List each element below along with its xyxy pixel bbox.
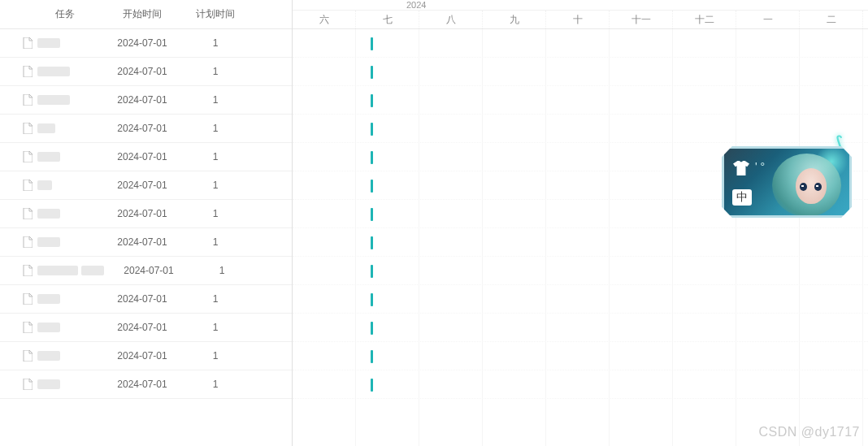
gantt-year-label: 2024 xyxy=(406,0,426,10)
gantt-body[interactable] xyxy=(293,29,868,446)
task-row[interactable]: 2024-07-011 xyxy=(0,29,292,58)
gantt-row[interactable] xyxy=(293,58,868,86)
gantt-bar[interactable] xyxy=(371,293,373,306)
gantt-row[interactable] xyxy=(293,342,868,370)
task-row[interactable]: 2024-07-011 xyxy=(0,370,292,399)
task-name-blurred xyxy=(37,294,60,304)
task-row[interactable]: 2024-07-011 xyxy=(0,342,292,370)
document-icon xyxy=(23,66,33,77)
task-name-blurred xyxy=(37,379,60,389)
task-plan-cell: 1 xyxy=(187,37,244,49)
task-row[interactable]: 2024-07-011 xyxy=(0,86,292,115)
task-plan-cell: 1 xyxy=(187,236,244,248)
document-icon xyxy=(23,123,33,134)
document-icon xyxy=(23,208,33,219)
task-row[interactable]: 2024-07-011 xyxy=(0,228,292,257)
gantt-row[interactable] xyxy=(293,257,868,285)
task-plan-cell: 1 xyxy=(187,123,244,134)
gantt-row[interactable] xyxy=(293,314,868,342)
task-plan-cell: 1 xyxy=(187,94,244,106)
task-plan-cell: 1 xyxy=(187,322,244,333)
header-start-time: 开始时间 xyxy=(98,7,187,21)
gantt-month-cell: 二 xyxy=(800,11,863,28)
gantt-bar[interactable] xyxy=(371,350,373,363)
task-name-cell xyxy=(0,37,98,49)
task-name-blurred xyxy=(37,95,70,105)
gantt-month-cell: 八 xyxy=(419,11,483,28)
task-name-cell xyxy=(0,94,98,106)
task-name-blurred xyxy=(37,266,78,275)
task-name-blurred xyxy=(37,180,52,190)
task-row[interactable]: 2024-07-011 xyxy=(0,257,292,285)
task-name-blurred xyxy=(37,351,60,361)
assistant-widget[interactable]: ⟆ ' ° 中 xyxy=(722,146,852,218)
task-plan-cell: 1 xyxy=(187,293,244,305)
task-name-blurred xyxy=(37,67,70,76)
task-start-cell: 2024-07-01 xyxy=(98,94,187,106)
task-plan-cell: 1 xyxy=(193,265,250,276)
gantt-bar[interactable] xyxy=(371,123,373,136)
gantt-month-cell: 七 xyxy=(356,11,419,28)
gantt-bar[interactable] xyxy=(371,379,373,392)
task-start-cell: 2024-07-01 xyxy=(98,208,187,219)
task-start-cell: 2024-07-01 xyxy=(98,293,187,305)
gantt-bar[interactable] xyxy=(371,180,373,193)
gantt-bar[interactable] xyxy=(371,37,373,50)
gantt-bar[interactable] xyxy=(371,322,373,335)
task-name-cell xyxy=(0,123,98,134)
gantt-row[interactable] xyxy=(293,370,868,399)
task-name-blurred xyxy=(81,266,104,275)
task-plan-cell: 1 xyxy=(187,180,244,191)
gantt-bar[interactable] xyxy=(371,66,373,79)
task-list-pane: 任务 开始时间 计划时间 2024-07-0112024-07-0112024-… xyxy=(0,0,293,446)
task-name-cell xyxy=(0,293,98,305)
task-name-cell xyxy=(0,322,98,333)
gantt-bar[interactable] xyxy=(371,94,373,107)
gantt-month-row: 六七八九十十一十二一二 xyxy=(293,11,868,28)
gantt-bar[interactable] xyxy=(371,236,373,249)
gantt-row[interactable] xyxy=(293,29,868,58)
gantt-row[interactable] xyxy=(293,115,868,143)
gantt-row[interactable] xyxy=(293,86,868,115)
task-list-header: 任务 开始时间 计划时间 xyxy=(0,0,292,29)
task-plan-cell: 1 xyxy=(187,350,244,362)
gantt-bar[interactable] xyxy=(371,208,373,221)
task-name-cell xyxy=(0,350,98,362)
header-plan-time: 计划时间 xyxy=(187,7,244,21)
gantt-month-cell: 一 xyxy=(736,11,800,28)
assistant-status-label: 中 xyxy=(732,189,752,206)
document-icon xyxy=(23,37,33,49)
gantt-month-cell: 十一 xyxy=(610,11,673,28)
document-icon xyxy=(23,151,33,162)
task-start-cell: 2024-07-01 xyxy=(98,66,187,77)
task-list-body: 2024-07-0112024-07-0112024-07-0112024-07… xyxy=(0,29,292,446)
task-row[interactable]: 2024-07-011 xyxy=(0,200,292,228)
task-row[interactable]: 2024-07-011 xyxy=(0,285,292,314)
gantt-bar[interactable] xyxy=(371,265,373,278)
gantt-row[interactable] xyxy=(293,228,868,257)
gantt-pane: 2024 六七八九十十一十二一二 xyxy=(293,0,868,446)
task-start-cell: 2024-07-01 xyxy=(98,350,187,362)
task-row[interactable]: 2024-07-011 xyxy=(0,143,292,171)
task-row[interactable]: 2024-07-011 xyxy=(0,58,292,86)
task-plan-cell: 1 xyxy=(187,151,244,162)
task-name-cell xyxy=(0,151,98,162)
gantt-bar[interactable] xyxy=(371,151,373,164)
task-name-blurred xyxy=(37,123,55,133)
task-name-cell xyxy=(0,236,98,248)
gantt-year-row: 2024 xyxy=(293,0,868,11)
task-name-cell xyxy=(0,208,98,219)
task-row[interactable]: 2024-07-011 xyxy=(0,171,292,200)
document-icon xyxy=(23,94,33,106)
task-row[interactable]: 2024-07-011 xyxy=(0,314,292,342)
task-name-blurred xyxy=(37,323,60,332)
task-start-cell: 2024-07-01 xyxy=(98,37,187,49)
task-name-cell xyxy=(0,379,98,390)
task-plan-cell: 1 xyxy=(187,208,244,219)
document-icon xyxy=(23,379,33,390)
shirt-icon xyxy=(732,160,750,180)
task-start-cell: 2024-07-01 xyxy=(98,123,187,134)
gantt-row[interactable] xyxy=(293,285,868,314)
task-start-cell: 2024-07-01 xyxy=(98,379,187,390)
task-row[interactable]: 2024-07-011 xyxy=(0,115,292,143)
